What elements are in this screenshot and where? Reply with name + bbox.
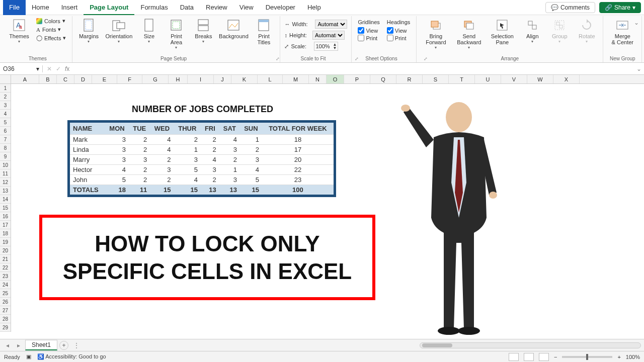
row-header-4[interactable]: 4 [0,110,11,118]
tab-data[interactable]: Data [174,0,200,15]
cancel-icon[interactable]: ✕ [47,65,52,72]
dialog-launcher-icon[interactable]: ⤢ [276,56,280,61]
column-header-N[interactable]: N [309,75,327,83]
size-button[interactable]: Size▾ [137,17,161,45]
tab-developer[interactable]: Developer [260,0,301,15]
row-header-12[interactable]: 12 [0,178,11,187]
column-header-X[interactable]: X [553,75,580,83]
row-header-25[interactable]: 25 [0,289,11,298]
send-backward-button[interactable]: Send Backward▾ [454,17,484,51]
column-header-R[interactable]: R [396,75,423,83]
row-header-24[interactable]: 24 [0,281,11,289]
column-header-S[interactable]: S [423,75,449,83]
column-header-P[interactable]: P [344,75,370,83]
dialog-launcher-icon[interactable]: ⤢ [355,56,359,61]
row-header-13[interactable]: 13 [0,187,11,195]
tab-view[interactable]: View [233,0,260,15]
zoom-slider[interactable] [562,356,612,358]
row-header-19[interactable]: 19 [0,238,11,246]
scale-spinner[interactable]: 100%▲▼ [314,42,338,51]
colors-button[interactable]: Colors▾ [34,17,68,25]
row-header-6[interactable]: 6 [0,127,11,135]
themes-button[interactable]: Aa Themes ▾ [7,17,31,45]
column-header-J[interactable]: J [214,75,231,83]
height-select[interactable]: Automatic [312,31,345,40]
sheet-nav-next[interactable]: ▸ [14,342,23,349]
row-header-1[interactable]: 1 [0,84,11,93]
row-header-21[interactable]: 21 [0,255,11,263]
column-header-V[interactable]: V [501,75,527,83]
column-header-E[interactable]: E [92,75,117,83]
row-header-18[interactable]: 18 [0,229,11,238]
selection-pane-button[interactable]: Selection Pane [487,17,517,46]
tab-page-layout[interactable]: Page Layout [84,0,134,15]
page-layout-view-button[interactable] [524,353,534,361]
row-header-11[interactable]: 11 [0,169,11,178]
merge-center-button[interactable]: Merge & Center [607,17,637,46]
gridlines-print-checkbox[interactable]: Print [358,35,379,41]
tab-file[interactable]: File [3,0,26,15]
headings-view-checkbox[interactable]: View [387,27,410,34]
normal-view-button[interactable] [509,353,519,361]
column-header-Q[interactable]: Q [370,75,396,83]
background-button[interactable]: Background [218,17,249,40]
row-header-5[interactable]: 5 [0,118,11,127]
column-header-A[interactable]: A [11,75,39,83]
tab-review[interactable]: Review [200,0,233,15]
column-header-T[interactable]: T [449,75,475,83]
column-header-W[interactable]: W [527,75,553,83]
row-header-8[interactable]: 8 [0,144,11,152]
column-header-I[interactable]: I [188,75,214,83]
column-header-D[interactable]: D [74,75,92,83]
gridlines-view-checkbox[interactable]: View [358,27,379,34]
formula-expand-icon[interactable]: ⌄ [634,65,644,72]
accessibility-status[interactable]: ♿ Accessibility: Good to go [37,353,106,360]
comments-button[interactable]: 💬 Comments [545,2,595,13]
effects-button[interactable]: ◯Effects▾ [34,34,68,42]
sheet-tab-sheet1[interactable]: Sheet1 [25,340,57,350]
share-button[interactable]: 🔗 Share ▾ [599,2,641,13]
column-header-C[interactable]: C [57,75,74,83]
row-header-20[interactable]: 20 [0,246,11,255]
row-header-28[interactable]: 28 [0,315,11,323]
tab-insert[interactable]: Insert [55,0,84,15]
tab-scroll-icon[interactable]: ⋮ [73,342,79,349]
margins-button[interactable]: Margins▾ [76,17,101,45]
row-header-29[interactable]: 29 [0,323,11,332]
row-header-3[interactable]: 3 [0,101,11,110]
zoom-level[interactable]: 100% [626,354,640,360]
row-header-26[interactable]: 26 [0,298,11,306]
width-select[interactable]: Automatic [315,20,347,29]
column-header-M[interactable]: M [283,75,309,83]
column-header-F[interactable]: F [117,75,142,83]
row-header-7[interactable]: 7 [0,135,11,144]
row-header-14[interactable]: 14 [0,195,11,204]
macro-record-icon[interactable]: ▣ [26,353,31,360]
zoom-out-button[interactable]: − [554,354,557,360]
print-titles-button[interactable]: Print Titles [252,17,276,46]
add-sheet-button[interactable]: + [59,341,68,350]
row-header-10[interactable]: 10 [0,161,11,169]
horizontal-scrollbar[interactable] [420,342,641,348]
bring-forward-button[interactable]: Bring Forward▾ [421,17,451,51]
row-header-16[interactable]: 16 [0,212,11,221]
sheet-nav-prev[interactable]: ◂ [3,342,12,349]
tab-home[interactable]: Home [26,0,55,15]
name-box[interactable]: O36▾ [0,65,43,72]
page-break-view-button[interactable] [539,353,549,361]
column-header-O[interactable]: O [327,75,344,83]
row-header-23[interactable]: 23 [0,272,11,281]
tab-help[interactable]: Help [301,0,327,15]
row-header-15[interactable]: 15 [0,204,11,212]
column-header-K[interactable]: K [231,75,258,83]
column-header-G[interactable]: G [142,75,169,83]
fonts-button[interactable]: AFonts▾ [34,26,68,33]
enter-icon[interactable]: ✓ [56,65,61,72]
print-area-button[interactable]: Print Area▾ [164,17,188,51]
row-header-17[interactable]: 17 [0,221,11,229]
breaks-button[interactable]: Breaks▾ [191,17,215,45]
fx-icon[interactable]: fx [65,65,69,72]
tab-formulas[interactable]: Formulas [134,0,174,15]
column-header-H[interactable]: H [169,75,188,83]
ribbon-collapse-icon[interactable]: ⌄ [634,19,639,26]
